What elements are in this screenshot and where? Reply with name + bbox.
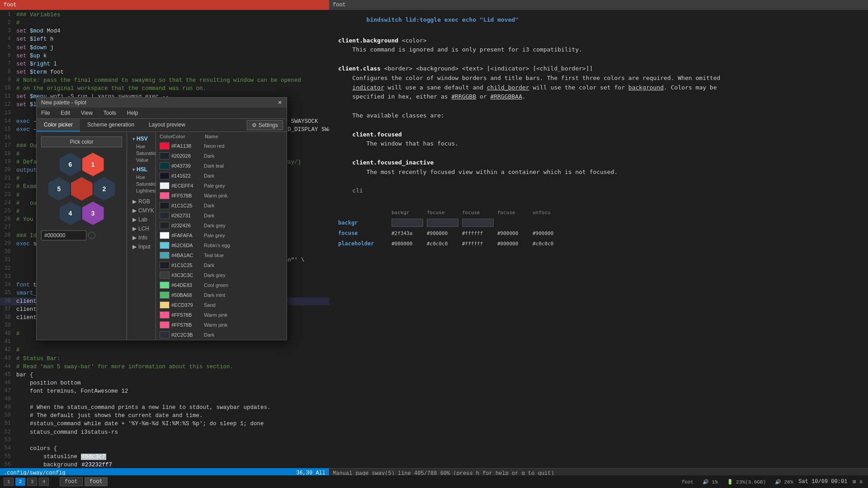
code-line: 46 position bottom — [0, 379, 329, 387]
line-content: set $mod Mod4 — [14, 27, 329, 35]
palette-row[interactable]: #FF578B Warm pink — [156, 320, 287, 330]
saturation-slider-row: Saturation — [136, 150, 150, 156]
line-number: 17 — [0, 142, 14, 150]
tab-scheme-generation[interactable]: Scheme generation — [80, 119, 142, 131]
code-line: 52 status_command i3status-rs — [0, 428, 329, 436]
palette-row[interactable]: #ECEFF4 Pale grey — [156, 181, 287, 191]
tab-color-picker[interactable]: Color picker — [37, 119, 80, 131]
palette-row[interactable]: #2C2C3B Dark — [156, 330, 287, 340]
system-info: foot 🔊 1% 🔋 23%(3.6GB) 🔊 28% — [682, 479, 793, 485]
picker-title: New palette - 6plot — [41, 99, 86, 106]
palette-row[interactable]: #232426 Dark grey — [156, 221, 287, 230]
hsv-header[interactable]: ▾ HSV — [132, 136, 150, 142]
line-content: statusline #bdc3c7 — [14, 453, 329, 461]
line-number: 46 — [0, 379, 14, 387]
pick-color-btn[interactable]: Pick color — [41, 136, 122, 147]
workspace-2[interactable]: 2 — [15, 478, 25, 486]
menu-file[interactable]: File — [39, 109, 52, 117]
taskbar-right: foot 🔊 1% 🔋 23%(3.6GB) 🔊 28% Sat 10/09 0… — [676, 479, 868, 485]
palette-row[interactable]: #4BA1AC Teal blue — [156, 250, 287, 260]
line-content: # — [14, 346, 329, 354]
line-content: # Read 'man 5 sway-bar' for more informa… — [14, 363, 329, 371]
palette-row[interactable]: #FAFAFA Pale grey — [156, 230, 287, 240]
man-client-focused: client.focused The window that has focus… — [338, 130, 859, 149]
settings-button[interactable]: ⚙ Settings — [247, 120, 283, 130]
menu-edit[interactable]: Edit — [59, 109, 72, 117]
line-number: 24 — [0, 199, 14, 207]
man-client-focused-inactive: client.focused_inactive The most recentl… — [338, 158, 859, 177]
palette-name: Teal blue — [204, 253, 283, 258]
hex-4[interactable]: 4 — [60, 202, 81, 225]
col-header-name: Name — [205, 134, 283, 139]
hsv-sliders: Hue Saturation Value — [136, 144, 150, 163]
palette-row[interactable]: #141622 Dark — [156, 171, 287, 181]
line-content: set $down j — [14, 44, 329, 52]
workspace-4[interactable]: 4 — [39, 478, 49, 486]
hex-2[interactable]: 2 — [94, 177, 115, 201]
lch-collapsed[interactable]: ▶ LCH — [132, 224, 150, 233]
palette-name: Dark — [204, 263, 283, 268]
palette-name: Warm pink — [204, 322, 283, 328]
line-number: 48 — [0, 395, 14, 404]
line-number: 32 — [0, 265, 14, 273]
menu-view[interactable]: View — [79, 109, 94, 117]
palette-row[interactable]: #FA1138 Neon red — [156, 141, 287, 151]
palette-code: #64DE83 — [171, 282, 202, 288]
line-number: 47 — [0, 387, 14, 395]
workspace-1[interactable]: 1 — [4, 478, 14, 486]
value-slider-row: Value — [136, 157, 150, 163]
hex-color-input[interactable] — [41, 230, 86, 240]
hsl-header[interactable]: ▾ HSL — [132, 166, 150, 173]
palette-code: #FF578B — [171, 312, 202, 318]
info-collapsed[interactable]: ▶ Info — [132, 233, 150, 242]
tab-layout-preview[interactable]: Layout preview — [142, 119, 193, 131]
hex-1[interactable]: 1 — [82, 153, 104, 176]
palette-row[interactable]: #043739 Dark teal — [156, 161, 287, 171]
palette-row[interactable]: #64DE83 Cool green — [156, 280, 287, 290]
hex-3[interactable]: 3 — [82, 202, 104, 225]
picker-middle[interactable]: ▾ HSV Hue Saturation — [127, 132, 156, 340]
hex-6[interactable]: 6 — [60, 153, 81, 176]
title-left-text: foot — [4, 2, 17, 8]
palette-row[interactable]: #FF578B Warm pink — [156, 310, 287, 320]
palette-name: Warm pink — [204, 193, 283, 198]
palette-row[interactable]: #1C1C25 Dark — [156, 201, 287, 211]
saturation-label: Saturation — [136, 150, 156, 156]
input-collapsed[interactable]: ▶ Input — [132, 242, 150, 251]
hsv-arrow: ▾ — [132, 136, 135, 141]
menu-tools[interactable]: Tools — [102, 109, 118, 117]
palette-row[interactable]: #3C3C3C Dark grey — [156, 270, 287, 280]
window-tag-foot2[interactable]: foot — [85, 477, 108, 486]
palette-row[interactable]: #1C1C25 Dark — [156, 260, 287, 270]
window-tag-foot1[interactable]: foot — [60, 477, 83, 486]
palette-name: Dark mint — [204, 292, 283, 298]
workspace-3[interactable]: 3 — [27, 478, 37, 486]
hex-5[interactable]: 5 — [48, 177, 70, 201]
rgb-collapsed[interactable]: ▶ RGB — [132, 197, 150, 206]
line-content: set $up k — [14, 52, 329, 60]
palette-swatch — [160, 282, 170, 289]
palette-row[interactable]: #50BA68 Dark mint — [156, 290, 287, 300]
swatch-backgr-1 — [392, 219, 423, 227]
line-content: # Note: pass the final command to swayms… — [14, 76, 329, 84]
line-number: 37 — [0, 305, 14, 314]
picker-close[interactable]: ✕ — [278, 99, 282, 106]
line-content: status_command i3status-rs — [14, 428, 329, 436]
palette-code: #1C1C25 — [171, 203, 202, 208]
lab-collapsed[interactable]: ▶ Lab — [132, 215, 150, 224]
palette-name: Dark — [204, 213, 283, 218]
palette-name: Robin's egg — [204, 243, 283, 248]
line-number: 54 — [0, 445, 14, 453]
palette-row[interactable]: #62C6DA Robin's egg — [156, 240, 287, 250]
line-number: 8 — [0, 68, 14, 76]
line-content: # The default just shows the current dat… — [14, 412, 329, 420]
cmyk-collapsed[interactable]: ▶ CMYK — [132, 206, 150, 215]
palette-row[interactable]: #ECD379 Sand — [156, 300, 287, 310]
color-input-row — [41, 230, 122, 240]
menu-help[interactable]: Help — [125, 109, 140, 117]
palette-row[interactable]: #FF578B Warm pink — [156, 191, 287, 201]
palette-row[interactable]: #202028 Dark — [156, 151, 287, 161]
palette-row[interactable]: #262731 Dark — [156, 211, 287, 221]
palette-code: #FAFAFA — [171, 233, 202, 238]
palette-swatch — [160, 321, 170, 328]
